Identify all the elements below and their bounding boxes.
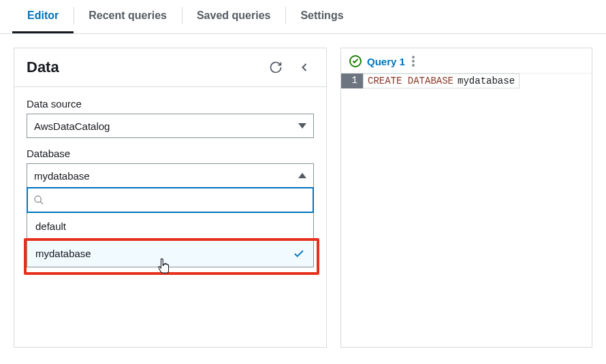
filter-ghost-text: Filter tables and views: [46, 273, 153, 285]
chevron-down-icon: [298, 123, 306, 129]
data-panel: Data Data source AwsDataCatalog Database…: [14, 48, 327, 348]
query-tab-menu-button[interactable]: [412, 56, 415, 67]
sql-identifier: mydatabase: [458, 76, 515, 86]
collapse-button[interactable]: [295, 58, 314, 77]
database-search-input[interactable]: [48, 195, 307, 206]
svg-point-0: [35, 196, 41, 202]
refresh-icon: [269, 61, 283, 74]
status-success-icon: [349, 55, 362, 67]
tab-editor[interactable]: Editor: [12, 0, 74, 33]
sql-editor[interactable]: 1 CREATE DATABASE mydatabase: [341, 73, 592, 88]
cursor-pointer-icon: [157, 258, 172, 276]
data-panel-title: Data: [27, 59, 59, 76]
sql-keyword: CREATE DATABASE: [368, 76, 453, 86]
query-panel: Query 1 1 CREATE DATABASE mydatabase: [340, 48, 592, 348]
database-label: Database: [27, 148, 314, 159]
search-icon: [33, 195, 44, 205]
svg-point-2: [31, 275, 37, 281]
code-line: CREATE DATABASE mydatabase: [363, 73, 520, 88]
chevron-left-icon: [298, 61, 311, 74]
data-panel-body: Data source AwsDataCatalog Database myda…: [14, 87, 326, 296]
svg-line-3: [36, 280, 39, 283]
database-option-default[interactable]: default: [27, 212, 313, 239]
option-label: default: [35, 220, 66, 232]
tab-saved-queries[interactable]: Saved queries: [182, 0, 286, 33]
chevron-up-icon: [298, 173, 306, 178]
data-panel-actions: [266, 58, 314, 77]
data-source-label: Data source: [27, 98, 314, 110]
line-number: 1: [341, 73, 363, 88]
main-area: Data Data source AwsDataCatalog Database…: [0, 34, 606, 361]
database-dropdown[interactable]: mydatabase: [27, 163, 314, 188]
svg-line-1: [40, 201, 43, 204]
database-search-row: [27, 187, 314, 213]
check-icon: [293, 248, 305, 260]
refresh-button[interactable]: [266, 58, 285, 77]
query-tab-row: Query 1: [341, 48, 592, 73]
data-source-value: AwsDataCatalog: [34, 120, 110, 132]
top-tabs: Editor Recent queries Saved queries Sett…: [0, 0, 606, 34]
database-value: mydatabase: [34, 170, 90, 182]
query-tab-label[interactable]: Query 1: [367, 56, 405, 67]
data-panel-header: Data: [14, 48, 326, 86]
data-source-dropdown[interactable]: AwsDataCatalog: [27, 114, 314, 138]
search-icon: [29, 274, 40, 284]
tab-settings[interactable]: Settings: [285, 0, 358, 33]
database-dropdown-popup: default mydatabase: [27, 187, 314, 267]
option-label: mydatabase: [35, 248, 91, 259]
tab-recent-queries[interactable]: Recent queries: [74, 0, 182, 33]
